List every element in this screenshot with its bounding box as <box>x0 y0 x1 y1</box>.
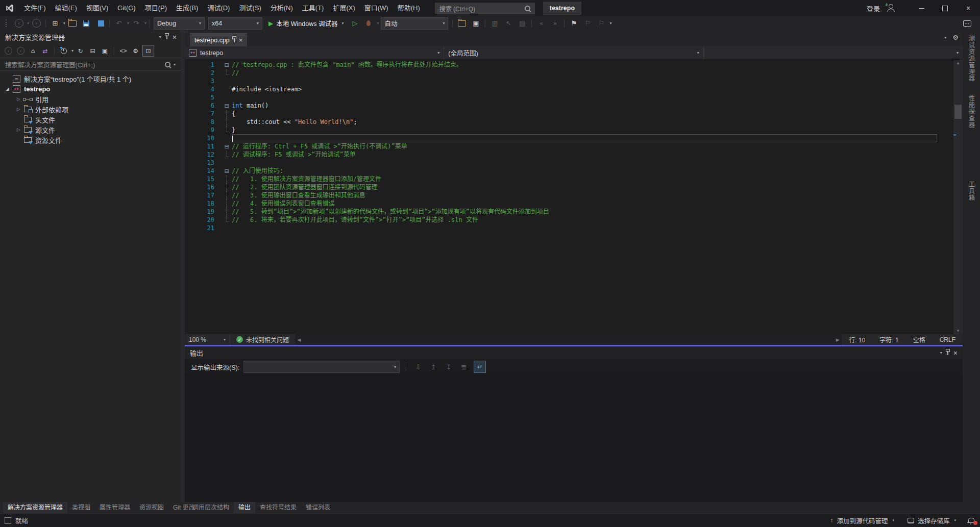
code-line[interactable]: 7{ <box>185 110 951 118</box>
tree-item[interactable]: ▷引用 <box>0 94 181 104</box>
preview-selected-items-button[interactable]: ⊡ <box>142 45 154 57</box>
fold-marker[interactable]: ⊟ <box>222 167 232 175</box>
dock-tab[interactable]: 解决方案资源管理器 <box>3 502 67 513</box>
code-line[interactable]: 10 <box>185 134 951 142</box>
menu-item[interactable]: 调试(D) <box>203 0 234 16</box>
toggle-bookmark-button[interactable]: ⚑ <box>567 18 580 29</box>
output-source-select[interactable] <box>243 361 400 373</box>
code-line[interactable]: 12// 调试程序: F5 或调试 >“开始调试”菜单 <box>185 150 951 159</box>
code-line[interactable]: 21 <box>185 224 951 232</box>
start-without-debugging-button[interactable] <box>348 18 361 29</box>
add-to-source-control-button[interactable]: 添加到源代码管理 <box>823 514 901 527</box>
document-health-indicator[interactable]: 未找到相关问题 <box>230 335 295 344</box>
tree-item[interactable]: ◢testrepo <box>0 84 181 94</box>
dock-tab[interactable]: 输出 <box>234 502 255 513</box>
minimize-button[interactable] <box>910 0 933 16</box>
code-line[interactable]: 14⊟// 入门使用技巧: <box>185 167 951 175</box>
quick-search-input[interactable]: 搜索 (Ctrl+Q) <box>435 3 535 14</box>
code-line[interactable]: 8 std::cout << "Hello World!\n"; <box>185 118 951 126</box>
expander-icon[interactable]: ◢ <box>3 87 12 91</box>
tab-testrepo-cpp[interactable]: testrepo.cpp <box>190 33 247 46</box>
line-ending-indicator[interactable]: CRLF <box>933 336 963 343</box>
tree-item[interactable]: ▷外部依赖项 <box>0 104 181 114</box>
sync-with-active-document-button[interactable]: ↻ <box>75 45 86 56</box>
find-in-files-button[interactable] <box>455 18 469 29</box>
switch-views-button[interactable]: ⇄ <box>40 45 51 56</box>
prev-bookmark-button[interactable]: ⚐ <box>581 18 594 29</box>
increase-indent-button[interactable]: » <box>548 18 561 29</box>
undo-button[interactable]: ↶ <box>112 18 126 29</box>
navigate-back-button[interactable]: ‹ <box>12 18 26 29</box>
close-tab-icon[interactable] <box>239 36 243 44</box>
redo-dropdown-icon[interactable] <box>144 21 146 26</box>
close-button[interactable] <box>957 0 980 16</box>
scope-dropdown[interactable]: (全局范围) <box>444 46 703 59</box>
menu-item[interactable]: 编辑(E) <box>51 0 82 16</box>
menu-item[interactable]: 项目(P) <box>140 0 172 16</box>
restore-button[interactable] <box>933 0 957 16</box>
collapse-all-button[interactable]: ⊟ <box>87 45 98 56</box>
pin-icon[interactable] <box>947 351 948 355</box>
tree-item[interactable]: 资源文件 <box>0 135 181 145</box>
menu-item[interactable]: 分析(N) <box>266 0 298 16</box>
attach-process-button[interactable]: ▤ <box>516 18 529 29</box>
expander-icon[interactable]: ▷ <box>14 127 23 132</box>
close-panel-icon[interactable] <box>173 34 177 41</box>
tree-item[interactable]: 头文件 <box>0 114 181 124</box>
menu-item[interactable]: 生成(B) <box>172 0 203 16</box>
filter-dropdown-icon[interactable] <box>71 48 74 53</box>
scrollbar-thumb[interactable] <box>954 105 962 119</box>
menu-item[interactable]: 窗口(W) <box>360 0 393 16</box>
search-icon[interactable] <box>525 6 530 11</box>
solution-platform-select[interactable]: x64 <box>208 17 262 30</box>
sign-in-button[interactable]: 登录 <box>867 4 880 13</box>
gear-icon[interactable] <box>952 34 959 41</box>
clear-all-button[interactable]: ≣ <box>458 361 470 372</box>
view-code-button[interactable]: <> <box>118 45 129 56</box>
toolbar-overflow-icon[interactable] <box>609 21 611 26</box>
navigate-back-dropdown-icon[interactable] <box>27 21 29 26</box>
properties-button[interactable]: ⚙ <box>130 45 141 56</box>
hot-reload-dropdown-icon[interactable] <box>377 21 379 26</box>
find-message-button[interactable]: ⇩ <box>412 361 424 372</box>
code-line[interactable]: 11⊟// 运行程序: Ctrl + F5 或调试 >“开始执行(不调试)”菜单 <box>185 142 951 150</box>
new-project-dropdown-icon[interactable] <box>63 21 65 26</box>
dock-tab[interactable]: 类视图 <box>67 502 95 513</box>
next-bookmark-button[interactable]: ⚐ <box>595 18 608 29</box>
pin-icon[interactable] <box>166 35 167 39</box>
code-line[interactable]: 2// <box>185 69 951 77</box>
close-panel-icon[interactable] <box>953 349 958 357</box>
dock-splitter[interactable] <box>181 30 185 502</box>
new-project-button[interactable]: ⊞ <box>48 18 62 29</box>
member-dropdown[interactable] <box>704 46 963 59</box>
code-line[interactable]: 9} <box>185 126 951 134</box>
solution-configuration-select[interactable]: Debug <box>154 17 205 30</box>
fold-marker[interactable]: ⊟ <box>222 61 232 69</box>
search-icon[interactable] <box>165 62 170 67</box>
code-line[interactable]: 18// 4. 使用错误列表窗口查看错误 <box>185 199 951 208</box>
save-all-button[interactable] <box>93 18 107 29</box>
back-button[interactable]: ‹ <box>3 45 14 56</box>
background-tasks-icon[interactable] <box>5 517 11 524</box>
open-file-button[interactable] <box>66 18 79 29</box>
code-line[interactable]: 4#include <iostream> <box>185 85 951 93</box>
hot-reload-button[interactable] <box>362 18 375 29</box>
dock-tab[interactable]: 资源视图 <box>135 502 168 513</box>
selection-tool-button[interactable]: ↖ <box>502 18 515 29</box>
dock-tab[interactable]: 查找符号结果 <box>255 502 301 513</box>
decrease-indent-button[interactable]: « <box>534 18 548 29</box>
window-layout-button[interactable]: ▣ <box>469 18 482 29</box>
user-account-icon[interactable]: + <box>885 4 896 13</box>
forward-button[interactable]: › <box>15 45 26 56</box>
select-repository-button[interactable]: 选择存储库 <box>901 514 963 527</box>
show-graph-button[interactable]: ▥ <box>488 18 501 29</box>
fold-marker[interactable]: ⊟ <box>222 102 232 110</box>
undo-dropdown-icon[interactable] <box>127 21 129 26</box>
navigate-forward-button[interactable]: › <box>30 18 43 29</box>
toolbar-grip[interactable] <box>6 19 9 27</box>
menu-item[interactable]: 帮助(H) <box>393 0 425 16</box>
send-feedback-button[interactable]: ••• <box>961 18 974 29</box>
project-dropdown[interactable]: testrepo <box>185 46 444 59</box>
code-line[interactable]: 19// 5. 转到“项目”>“添加新项”以创建新的代码文件，或转到“项目”>“… <box>185 208 951 216</box>
tree-item[interactable]: ▷源文件 <box>0 124 181 135</box>
